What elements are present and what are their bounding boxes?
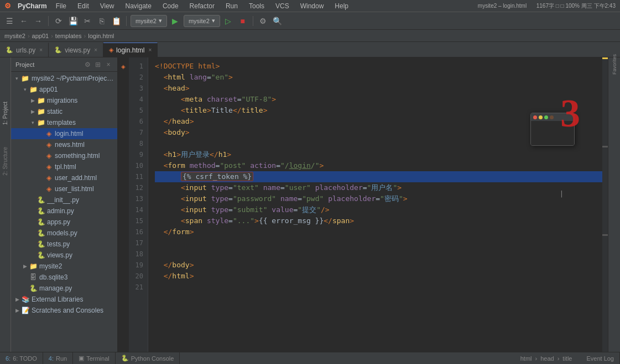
tab-urls-label: urls.py [16,46,35,54]
html-line-icon: ◈ [121,61,126,72]
user-list-html-icon: ◈ [44,184,53,193]
code-line-21 [155,282,602,293]
tab-login-html[interactable]: ◈ login.html × [103,43,158,57]
menu-help[interactable]: Help [332,2,351,10]
tree-views-py[interactable]: 🐍 views.py [11,250,117,261]
tree-migrations-arrow: ▶ [29,98,37,103]
tree-templates[interactable]: ▾ 📁 templates [11,117,117,128]
python-console-icon: 🐍 [121,355,129,362]
tree-db-sqlite[interactable]: 🗄 db.sqlite3 [11,272,117,283]
tree-something-html[interactable]: ◈ something.html [11,150,117,161]
tree-mysite2-folder[interactable]: ▶ 📁 mysite2 [11,261,117,272]
tree-user-add-html[interactable]: ◈ user_add.html [11,172,117,183]
toolbar-run-config[interactable]: mysite2 ▾ [184,15,220,27]
code-line-13: <input type="password" name="pwd" placeh… [155,193,602,204]
tab-login-close[interactable]: × [148,47,152,53]
tab-views-close[interactable]: × [94,47,97,53]
browser-dot-green [544,115,548,119]
bottom-tab-event-log[interactable]: Event Log [581,352,620,365]
panel-close-btn[interactable]: × [104,60,113,69]
code-content[interactable]: <!DOCTYPE html> <html lang="en"> <head> … [148,57,602,352]
html-icon-login: ◈ [109,46,113,54]
tree-init-py[interactable]: 🐍 __init__.py [11,194,117,205]
toolbar-save-btn[interactable]: 💾 [67,15,79,27]
breadcrumb-templates[interactable]: templates [55,33,82,39]
gutter-mark-bot [602,234,608,236]
panel-gear-btn[interactable]: ⚙ [83,60,92,69]
toolbar-copy-btn[interactable]: ⎘ [96,15,108,27]
tree-static[interactable]: ▶ 📁 static [11,106,117,117]
toolbar-cut-btn[interactable]: ✂ [81,15,93,27]
toolbar-settings-btn[interactable]: ⚙ [257,15,269,27]
breadcrumb-app01[interactable]: app01 [32,33,49,39]
todo-num: 6: [6,355,11,362]
tree-user-list-html[interactable]: ◈ user_list.html [11,183,117,194]
menu-code[interactable]: Code [160,2,181,10]
tree-scratches[interactable]: ▶ 📝 Scratches and Consoles [11,305,117,316]
menu-edit[interactable]: Edit [75,2,91,10]
toolbar-forward-btn[interactable]: → [32,15,44,27]
bc-title[interactable]: title [562,355,572,362]
toolbar-stop-btn[interactable]: ■ [237,15,249,27]
menu-run[interactable]: Run [223,2,240,10]
tab-views-py[interactable]: 🐍 views.py × [49,43,103,57]
breadcrumb-mysite2[interactable]: mysite2 [4,33,25,39]
toolbar-sync-btn[interactable]: ⟳ [53,15,65,27]
templates-folder-icon: 📁 [37,118,45,127]
run-label: Run [56,355,67,362]
bc-head[interactable]: head [540,355,554,362]
menu-refactor[interactable]: Refactor [187,2,217,10]
vertical-tab-structure[interactable]: 2: Structure [2,147,8,176]
tab-urls-close[interactable]: × [39,47,43,53]
bottom-tab-todo[interactable]: 6: 6: TODO [0,352,43,365]
tree-app01-arrow: ▾ [21,87,29,92]
scratches-icon: 📝 [21,306,30,315]
tree-external-libs[interactable]: ▶ 📚 External Libraries [11,294,117,305]
code-line-17 [155,238,602,249]
code-line-15: <span style="...">{{ error_msg }}</span> [155,215,602,226]
tree-root[interactable]: ▾ 📁 mysite2 ~/PycharmProjects/p [11,73,117,84]
toolbar-paste-btn[interactable]: 📋 [110,15,122,27]
tpl-html-icon: ◈ [44,162,53,171]
toolbar-search-btn[interactable]: 🔍 [272,15,284,27]
menu-file[interactable]: File [54,2,69,10]
toolbar-run-btn[interactable]: ▶ [169,15,181,27]
right-tab-favorites[interactable]: Favorites [609,60,619,70]
panel-settings-btn[interactable]: ⊞ [93,60,102,69]
bottom-tab-terminal[interactable]: ▣ Terminal [73,352,116,365]
breadcrumb-login[interactable]: login.html [88,33,114,39]
tree-news-html[interactable]: ◈ news.html [11,139,117,150]
bottom-tab-run[interactable]: 4: Run [43,352,73,365]
tree-tests-py[interactable]: 🐍 tests.py [11,239,117,250]
bc-html[interactable]: html [520,355,532,362]
menu-view[interactable]: View [98,2,117,10]
menu-vcs[interactable]: VCS [273,2,291,10]
tree-admin-label: admin.py [47,207,74,215]
browser-titlebar [531,113,574,121]
code-line-16: </form> [155,226,602,238]
event-log-label: Event Log [586,355,614,362]
tree-migrations[interactable]: ▶ 📁 migrations [11,95,117,106]
menu-tools[interactable]: Tools [247,2,267,10]
project-selector-arrow: ▾ [159,17,162,24]
tree-init-label: __init__.py [47,196,79,204]
menu-navigate[interactable]: Navigate [123,2,154,10]
tree-apps-py[interactable]: 🐍 apps.py [11,217,117,228]
tree-ext-arrow: ▶ [13,297,21,302]
bottom-tab-python-console[interactable]: 🐍 Python Console [116,352,180,365]
editor-area[interactable]: ◈ 1 2 3 4 5 6 7 8 9 10 11 12 13 14 15 16… [118,57,608,352]
toolbar-back-btn[interactable]: ← [18,15,30,27]
toolbar-menu-btn[interactable]: ☰ [3,15,15,27]
tree-login-html[interactable]: ◈ login.html [11,128,117,139]
tree-templates-arrow: ▾ [29,120,37,125]
toolbar-project-selector[interactable]: mysite2 ▾ [131,15,167,27]
tree-admin-py[interactable]: 🐍 admin.py [11,205,117,217]
toolbar-debug-btn[interactable]: ▷ [222,15,235,27]
tree-models-py[interactable]: 🐍 models.py [11,228,117,239]
tree-app01[interactable]: ▾ 📁 app01 [11,84,117,95]
tree-manage-py[interactable]: 🐍 manage.py [11,283,117,294]
menu-window[interactable]: Window [298,2,326,10]
vertical-tab-project[interactable]: 1: Project [2,102,8,125]
tab-urls-py[interactable]: 🐍 urls.py × [0,43,49,57]
tree-tpl-html[interactable]: ◈ tpl.html [11,161,117,172]
